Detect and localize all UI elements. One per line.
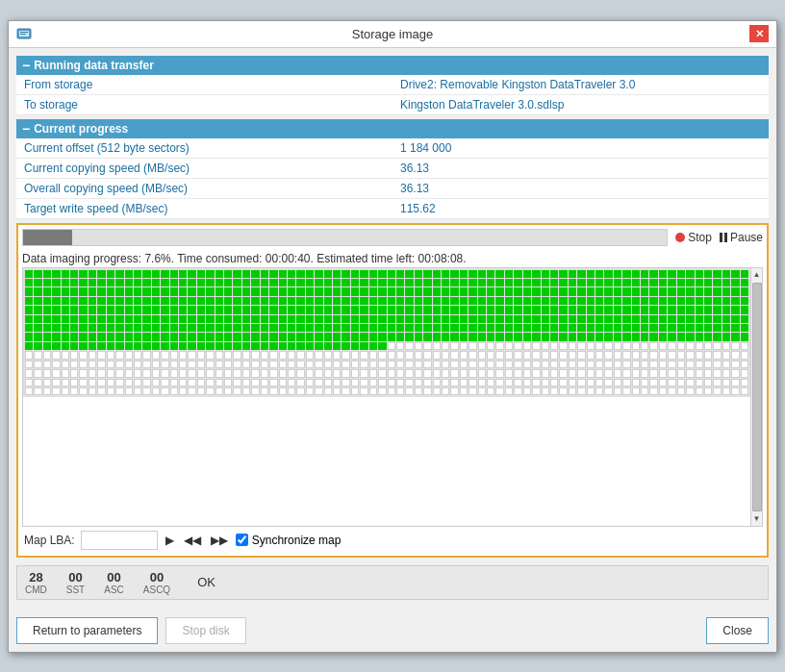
grid-cell: [632, 379, 640, 386]
grid-cell: [450, 306, 458, 313]
offset-value: 1 184 000: [392, 138, 769, 159]
grid-cell: [170, 297, 178, 305]
grid-cell: [641, 297, 648, 305]
close-window-button[interactable]: ✕: [749, 25, 769, 42]
grid-cell: [614, 342, 621, 350]
grid-cell: [569, 387, 576, 395]
grid-cell: [351, 270, 359, 278]
grid-cell: [279, 351, 287, 359]
grid-cell: [587, 361, 595, 368]
map-prev-button[interactable]: ◀◀: [182, 534, 203, 547]
grid-cell: [523, 361, 531, 368]
grid-cell: [559, 270, 567, 278]
grid-cell: [587, 297, 595, 305]
grid-cell: [296, 279, 304, 286]
grid-cell: [514, 306, 521, 313]
scroll-up-arrow[interactable]: ▲: [751, 268, 763, 282]
sync-map-label[interactable]: Synchronize map: [236, 534, 342, 547]
map-grid-container: ▲ ▼: [22, 267, 763, 527]
grid-cell: [378, 361, 386, 368]
grid-cell: [741, 315, 748, 323]
grid-cell: [279, 387, 287, 395]
grid-cell: [251, 297, 259, 305]
grid-cell: [632, 361, 640, 368]
grid-cell: [197, 379, 205, 386]
grid-cell: [641, 369, 648, 377]
grid-cell: [324, 387, 332, 395]
vertical-scrollbar[interactable]: ▲ ▼: [750, 268, 762, 526]
grid-cell: [70, 279, 78, 286]
scroll-thumb[interactable]: [752, 283, 762, 511]
stop-button[interactable]: Stop: [675, 231, 712, 244]
collapse-running-icon[interactable]: −: [22, 59, 30, 72]
grid-cell: [52, 324, 60, 332]
grid-cell: [396, 279, 404, 286]
grid-cell: [142, 324, 150, 332]
return-to-parameters-button[interactable]: Return to parameters: [16, 617, 158, 644]
grid-cell: [433, 379, 441, 386]
grid-cell: [542, 387, 549, 395]
grid-cell: [97, 333, 105, 340]
grid-cell: [622, 270, 630, 278]
grid-cell: [161, 361, 168, 368]
close-button[interactable]: Close: [706, 617, 769, 644]
grid-cell: [25, 324, 33, 332]
grid-cell: [142, 306, 150, 313]
grid-cell: [415, 324, 422, 332]
grid-cell: [152, 315, 160, 323]
grid-cell: [396, 387, 404, 395]
main-window: Storage image ✕ − Running data transfer …: [8, 20, 777, 653]
grid-cell: [604, 297, 612, 305]
grid-cell: [559, 315, 567, 323]
target-speed-value: 115.62: [392, 198, 769, 218]
grid-cell: [505, 306, 513, 313]
grid-cell: [622, 315, 630, 323]
pause-button[interactable]: Pause: [720, 231, 763, 244]
grid-cell: [197, 315, 205, 323]
grid-cell: [261, 387, 268, 395]
grid-cell: [523, 351, 531, 359]
grid-cell: [478, 351, 486, 359]
grid-cell: [360, 324, 367, 332]
progress-bar-inner: [23, 230, 72, 245]
grid-cell: [378, 333, 386, 340]
grid-cell: [152, 369, 160, 377]
grid-cell: [614, 361, 621, 368]
grid-cell: [360, 379, 367, 386]
grid-cell: [415, 333, 422, 340]
offset-row: Current offset (512 byte sectors) 1 184 …: [16, 138, 769, 159]
grid-cell: [279, 369, 287, 377]
grid-cell: [97, 351, 105, 359]
grid-cell: [405, 324, 413, 332]
grid-cell: [569, 342, 576, 350]
grid-cell: [115, 379, 123, 386]
sync-map-checkbox[interactable]: [236, 534, 248, 546]
grid-cell: [224, 306, 232, 313]
map-next-button[interactable]: ▶▶: [209, 534, 230, 547]
grid-cell: [532, 279, 540, 286]
collapse-progress-icon[interactable]: −: [22, 122, 30, 136]
grid-cell: [622, 324, 630, 332]
grid-cell: [233, 270, 241, 278]
grid-cell: [25, 369, 33, 377]
grid-cell: [741, 387, 748, 395]
grid-cell: [659, 379, 667, 386]
stop-disk-button[interactable]: Stop disk: [165, 617, 245, 644]
grid-cell: [52, 361, 60, 368]
grid-cell: [495, 369, 503, 377]
scroll-down-arrow[interactable]: ▼: [751, 512, 763, 526]
grid-cell: [269, 351, 277, 359]
map-lba-input[interactable]: [81, 531, 158, 550]
grid-cell: [351, 379, 359, 386]
grid-cell: [713, 361, 721, 368]
map-play-button[interactable]: ▶: [164, 534, 176, 547]
grid-cell: [306, 315, 314, 323]
grid-cell: [569, 351, 576, 359]
grid-cell: [677, 315, 685, 323]
grid-cell: [478, 324, 486, 332]
grid-cell: [641, 387, 648, 395]
grid-cell: [696, 387, 703, 395]
grid-cell: [442, 315, 449, 323]
grid-cell: [460, 287, 468, 295]
grid-cell: [242, 287, 250, 295]
